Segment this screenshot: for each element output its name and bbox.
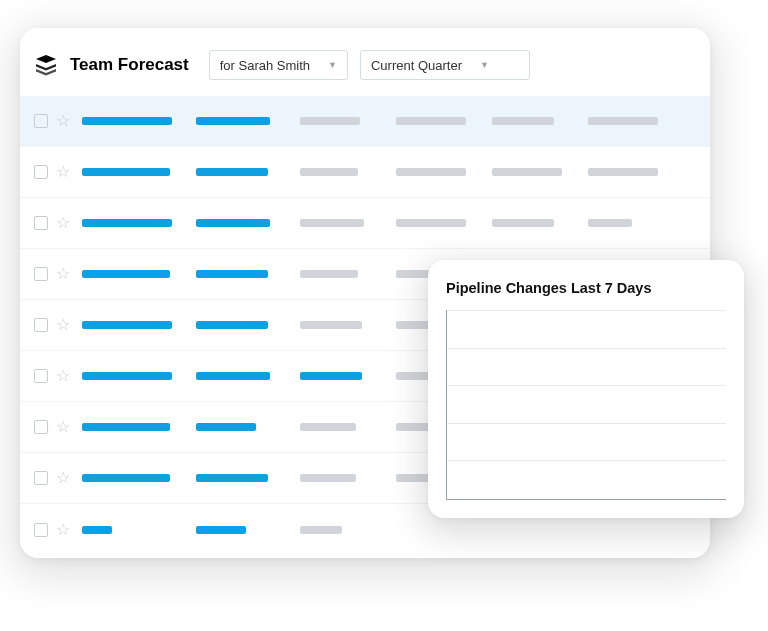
cell: [396, 117, 466, 125]
data-bar: [196, 423, 256, 431]
cell: [196, 474, 274, 482]
cell: [196, 423, 274, 431]
pipeline-chart-card: Pipeline Changes Last 7 Days: [428, 260, 744, 518]
star-icon[interactable]: ☆: [56, 522, 70, 538]
cell: [300, 219, 370, 227]
cell: [82, 168, 170, 176]
data-bar: [492, 168, 562, 176]
data-bar: [196, 219, 270, 227]
cell: [492, 117, 562, 125]
cell: [396, 168, 466, 176]
cell: [82, 423, 170, 431]
data-bar: [82, 321, 172, 329]
chevron-down-icon: ▼: [328, 60, 337, 70]
data-bar: [300, 219, 364, 227]
star-icon[interactable]: ☆: [56, 215, 70, 231]
cell: [82, 117, 170, 125]
star-icon[interactable]: ☆: [56, 368, 70, 384]
row-checkbox[interactable]: [34, 114, 48, 128]
star-icon[interactable]: ☆: [56, 317, 70, 333]
cell: [300, 168, 370, 176]
cell: [588, 219, 658, 227]
pipeline-chart: [446, 310, 726, 500]
row-cells: [82, 526, 696, 534]
data-bar: [300, 372, 362, 380]
cell: [588, 168, 658, 176]
cell: [588, 117, 658, 125]
cell: [588, 526, 658, 534]
data-bar: [300, 526, 342, 534]
row-checkbox[interactable]: [34, 471, 48, 485]
data-bar: [396, 117, 466, 125]
star-icon[interactable]: ☆: [56, 266, 70, 282]
cell: [196, 168, 274, 176]
data-bar: [300, 168, 358, 176]
data-bar: [492, 219, 554, 227]
cell: [300, 270, 370, 278]
cell: [196, 321, 274, 329]
row-checkbox[interactable]: [34, 267, 48, 281]
cell: [300, 526, 370, 534]
cell: [300, 423, 370, 431]
cell: [82, 219, 170, 227]
data-bar: [196, 321, 268, 329]
data-bar: [82, 117, 172, 125]
row-checkbox[interactable]: [34, 420, 48, 434]
data-bar: [196, 168, 268, 176]
data-bar: [82, 270, 170, 278]
cell: [82, 474, 170, 482]
data-bar: [396, 168, 466, 176]
cell: [196, 270, 274, 278]
header: Team Forecast for Sarah Smith ▼ Current …: [20, 28, 710, 96]
star-icon[interactable]: ☆: [56, 113, 70, 129]
star-icon[interactable]: ☆: [56, 470, 70, 486]
star-icon[interactable]: ☆: [56, 164, 70, 180]
data-bar: [396, 219, 466, 227]
data-bar: [300, 321, 362, 329]
cell: [82, 372, 170, 380]
data-bar: [588, 219, 632, 227]
data-bar: [82, 474, 170, 482]
data-bar: [196, 270, 268, 278]
data-bar: [300, 474, 356, 482]
row-checkbox[interactable]: [34, 523, 48, 537]
data-bar: [82, 526, 112, 534]
cell: [300, 321, 370, 329]
table-row[interactable]: ☆: [20, 198, 710, 249]
row-cells: [82, 168, 696, 176]
chart-title: Pipeline Changes Last 7 Days: [446, 280, 726, 296]
data-bar: [588, 168, 658, 176]
app-logo-icon: [34, 53, 58, 77]
cell: [492, 526, 562, 534]
cell: [492, 219, 562, 227]
data-bar: [196, 117, 270, 125]
cell: [196, 372, 274, 380]
table-row[interactable]: ☆: [20, 147, 710, 198]
data-bar: [82, 219, 172, 227]
cell: [196, 526, 274, 534]
cell: [82, 321, 170, 329]
data-bar: [196, 372, 270, 380]
table-row[interactable]: ☆: [20, 96, 710, 147]
data-bar: [300, 117, 360, 125]
cell: [300, 474, 370, 482]
cell: [196, 117, 274, 125]
chevron-down-icon: ▼: [480, 60, 489, 70]
row-cells: [82, 117, 696, 125]
cell: [300, 117, 370, 125]
row-checkbox[interactable]: [34, 318, 48, 332]
row-checkbox[interactable]: [34, 165, 48, 179]
person-select[interactable]: for Sarah Smith ▼: [209, 50, 348, 80]
data-bar: [300, 423, 356, 431]
data-bar: [300, 270, 358, 278]
cell: [396, 526, 466, 534]
cell: [82, 270, 170, 278]
period-select[interactable]: Current Quarter ▼: [360, 50, 530, 80]
row-cells: [82, 219, 696, 227]
cell: [196, 219, 274, 227]
data-bar: [82, 168, 170, 176]
row-checkbox[interactable]: [34, 216, 48, 230]
row-checkbox[interactable]: [34, 369, 48, 383]
star-icon[interactable]: ☆: [56, 419, 70, 435]
data-bar: [588, 117, 658, 125]
